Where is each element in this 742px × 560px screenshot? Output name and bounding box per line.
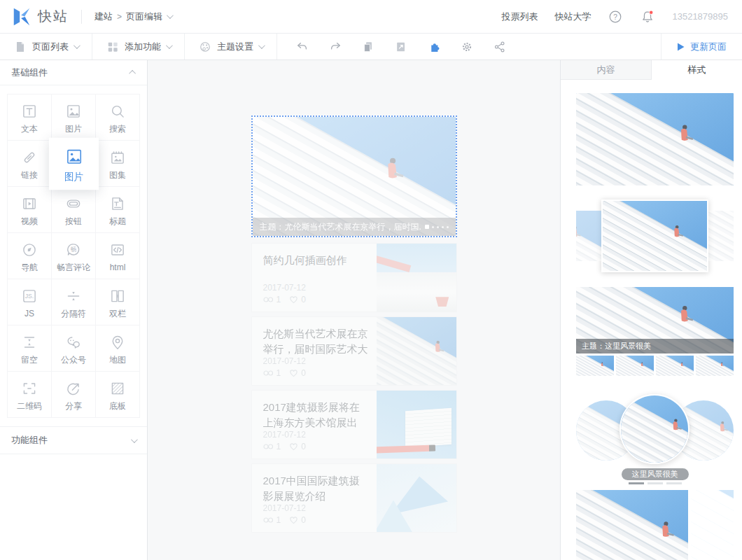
sidebar-item-link[interactable]: 链接: [8, 141, 52, 187]
add-feature-dropdown[interactable]: 添加功能: [92, 40, 184, 54]
article-thumbnail: [377, 464, 456, 532]
sidebar-item-video[interactable]: 视频: [8, 187, 52, 233]
sidebar-item-share[interactable]: 分享: [52, 372, 96, 418]
article-date: 2017-07-12: [263, 356, 370, 366]
basic-components-title: 基础组件: [11, 66, 48, 79]
sidebar-item-js[interactable]: JS. JS: [8, 279, 52, 326]
plugin-puzzle-icon[interactable]: [427, 40, 441, 54]
video-icon: [20, 195, 38, 213]
sidebar-item-gallery[interactable]: 图集: [96, 141, 140, 187]
chevron-down-icon: [258, 42, 265, 49]
sidebar-item-nav[interactable]: 导航: [8, 233, 52, 279]
sidebar-item-image-selected[interactable]: 图片: [49, 138, 99, 190]
article-date: 2017-07-12: [263, 430, 370, 440]
article-date: 2017-07-12: [263, 283, 370, 293]
style-option-side-scroll[interactable]: [576, 490, 734, 560]
columns-icon: [108, 287, 127, 305]
spacer-icon: [20, 333, 38, 351]
sidebar-item-official-account[interactable]: 公众号: [52, 326, 96, 372]
breadcrumb-section[interactable]: 建站: [94, 10, 113, 23]
scroll-next-image: [691, 490, 734, 560]
share-nodes-icon[interactable]: [493, 40, 507, 54]
sidebar-item-divider[interactable]: 分隔符: [52, 279, 96, 326]
chevron-up-icon: [129, 70, 136, 77]
vote-list-link[interactable]: 投票列表: [501, 10, 538, 23]
article-card[interactable]: 尤伦斯当代艺术展在京举行，届时国际艺术大师... 2017-07-12 1 0: [251, 316, 457, 386]
undo-icon[interactable]: [295, 40, 309, 54]
wechat-icon: [64, 333, 83, 351]
compass-icon: [20, 241, 38, 259]
carousel-dot: [432, 226, 434, 228]
article-card[interactable]: 2017中国国际建筑摄影展展览介绍 2017-07-12 1 0: [251, 463, 457, 533]
chevron-down-icon: [74, 42, 80, 49]
sidebar-item-image[interactable]: 图片: [52, 94, 96, 141]
article-card[interactable]: 2017建筑摄影展将在上海东方美术馆展出 2017-07-12 1 0: [251, 390, 457, 459]
carousel-side-image: [576, 211, 601, 261]
title-icon: [108, 195, 127, 213]
feature-components-header[interactable]: 功能组件: [0, 426, 147, 454]
style-option-circle-carousel[interactable]: 这里风景很美: [576, 393, 734, 484]
tab-content[interactable]: 内容: [561, 60, 652, 80]
qrcode-icon: [20, 379, 38, 398]
sidebar-item-comments[interactable]: 畅 畅言评论: [52, 233, 96, 279]
views-icon: [263, 296, 274, 303]
dash-active: [629, 482, 644, 484]
likes-count: 0: [301, 295, 306, 304]
palette-icon: [198, 40, 212, 54]
image-icon: [64, 146, 84, 167]
settings-gear-icon[interactable]: [460, 40, 474, 54]
help-icon[interactable]: ?: [608, 9, 623, 24]
style-option-caption-thumbnails[interactable]: 主题：这里风景很美: [576, 287, 734, 376]
sidebar-item-backplate[interactable]: 底板: [96, 372, 140, 418]
page-icon: [13, 40, 27, 54]
tab-style[interactable]: 样式: [652, 60, 742, 80]
basic-components-header[interactable]: 基础组件: [0, 60, 147, 85]
university-link[interactable]: 快站大学: [554, 10, 591, 23]
likes-count: 0: [301, 442, 306, 451]
sidebar-item-title[interactable]: 标题: [96, 187, 140, 233]
page-list-dropdown[interactable]: 页面列表: [0, 40, 92, 54]
notification-bell-icon[interactable]: [640, 9, 655, 24]
article-title: 2017建筑摄影展将在上海东方美术馆展出: [263, 400, 370, 430]
article-card[interactable]: 简约几何插画创作 2017-07-12 1 0: [251, 243, 457, 312]
button-icon: [64, 195, 83, 213]
sidebar-item-spacer[interactable]: 留空: [8, 326, 52, 372]
share-circle-icon: [64, 379, 83, 398]
stairs-photo: [576, 93, 734, 186]
image-icon: [64, 102, 83, 120]
account-phone-number[interactable]: 13521879895: [672, 11, 728, 22]
copy-icon[interactable]: [361, 40, 375, 54]
theme-settings-dropdown[interactable]: 主题设置: [185, 40, 276, 54]
selected-carousel-component[interactable]: 主题：尤伦斯当代艺术展在京举行，届时国...: [251, 115, 457, 237]
style-option-single-image[interactable]: [576, 93, 734, 186]
backplate-icon: [108, 379, 127, 398]
sidebar-item-button[interactable]: 按钮: [52, 187, 96, 233]
dash: [648, 482, 663, 484]
style-main-image: 主题：这里风景很美: [576, 287, 734, 354]
breadcrumb-page[interactable]: 页面编辑: [126, 10, 162, 23]
components-grid: 文本 图片 搜索 链接: [7, 94, 140, 418]
top-header: 快站 建站 > 页面编辑 投票列表 快站大学 ? 13521879895: [0, 0, 742, 34]
sidebar-item-qrcode[interactable]: 二维码: [8, 372, 52, 418]
update-page-button[interactable]: 更新页面: [661, 34, 742, 59]
panel-tabs: 内容 样式: [561, 60, 742, 80]
article-title: 简约几何插画创作: [263, 253, 370, 268]
code-icon: [108, 241, 127, 259]
app-logo[interactable]: 快站: [11, 6, 69, 27]
page-list-label: 页面列表: [32, 41, 69, 53]
chevron-down-icon[interactable]: [167, 12, 174, 19]
sidebar-item-map[interactable]: 地图: [96, 326, 140, 372]
views-count: 1: [276, 295, 281, 304]
sidebar-item-text[interactable]: 文本: [8, 94, 52, 141]
sidebar-item-search[interactable]: 搜索: [96, 94, 140, 141]
redo-icon[interactable]: [328, 40, 342, 54]
carousel-indicator: [425, 225, 449, 229]
carousel-dot: [447, 226, 449, 228]
sidebar-item-two-columns[interactable]: 双栏: [96, 279, 140, 326]
comment-icon: 畅: [64, 241, 83, 259]
preview-window-icon[interactable]: [394, 40, 408, 54]
style-option-peek-carousel[interactable]: [576, 200, 734, 272]
divider: [81, 10, 82, 24]
sidebar-item-html[interactable]: html: [96, 233, 140, 279]
components-sidebar: 基础组件 文本 图片 搜索: [0, 60, 148, 560]
